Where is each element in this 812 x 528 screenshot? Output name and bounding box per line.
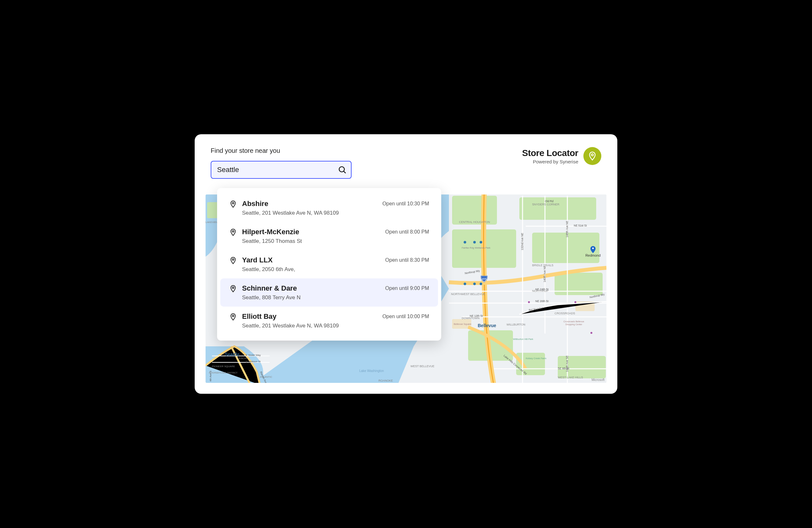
svg-text:SNYDERS CORNER: SNYDERS CORNER [532,203,560,206]
svg-point-33 [480,283,482,285]
location-pin-icon [229,313,237,321]
brand-subtitle: Powered by Synerise [522,159,578,165]
search-wrapper [211,161,351,179]
svg-rect-5 [519,197,596,220]
store-body: Hilpert-McKenzieSeattle, 1250 Thomas St [242,228,385,244]
store-hours: Open until 10:00 PM [382,314,429,319]
svg-text:INTERNATIONAL DISTRICT: INTERNATIONAL DISTRICT [209,372,237,374]
svg-point-29 [473,241,476,243]
header-left: Find your store near you [211,147,522,179]
results-dropdown: AbshireSeattle, 201 Westlake Ave N, WA 9… [217,188,441,341]
svg-text:Shopping Center: Shopping Center [565,323,582,326]
search-label: Find your store near you [211,147,522,154]
store-locator-card: Find your store near you Store Locator P… [195,134,617,394]
svg-text:NE 51st St: NE 51st St [574,224,587,227]
svg-text:WEST BELLEVUE: WEST BELLEVUE [410,365,435,368]
svg-text:Old Rd: Old Rd [545,200,554,203]
svg-point-30 [480,241,482,243]
svg-text:148th Ave NE: 148th Ave NE [565,221,569,238]
location-pin-icon [229,285,237,292]
svg-text:140th Ave NE: 140th Ave NE [543,266,546,282]
svg-text:132nd Ave NE: 132nd Ave NE [521,233,524,250]
location-pin-icon [229,257,237,264]
search-input[interactable] [211,161,351,179]
store-item[interactable]: Yard LLXSeattle, 2050 6th Ave,Open until… [220,250,438,279]
store-address: Seattle, 2050 6th Ave, [242,266,385,273]
svg-point-28 [464,241,466,243]
location-pin-icon [229,200,237,208]
svg-point-80 [575,301,576,303]
store-item[interactable]: Hilpert-McKenzieSeattle, 1250 Thomas StO… [220,222,438,250]
svg-point-86 [232,315,234,317]
svg-point-82 [232,202,234,204]
brand-text: Store Locator Powered by Synerise [522,148,578,165]
svg-text:4th Ave S: 4th Ave S [209,371,212,382]
svg-text:CROSSROADS: CROSSROADS [554,312,575,315]
store-name: Elliott Bay [242,312,382,321]
svg-text:Fairfax Rdg Wetlands Park: Fairfax Rdg Wetlands Park [462,246,491,249]
store-item[interactable]: AbshireSeattle, 201 Westlake Ave N, WA 9… [220,194,438,222]
store-body: Schinner & DareSeattle, 808 Terry Ave N [242,284,385,301]
svg-text:Lake Washington: Lake Washington [359,369,384,373]
svg-text:NE 12th St: NE 12th St [470,314,483,317]
brand-title: Store Locator [522,148,578,158]
svg-text:405: 405 [482,277,487,280]
store-hours: Open until 8:30 PM [385,257,429,263]
store-hours: Open until 9:00 PM [385,285,429,291]
store-body: Elliott BaySeattle, 201 Westlake Ave N, … [242,312,382,329]
svg-text:Seattle: Seattle [225,352,240,357]
map-attribution: Microsoft [591,378,605,382]
svg-text:Redmond: Redmond [585,254,601,257]
svg-point-79 [528,301,530,303]
store-name: Schinner & Dare [242,284,385,292]
header-right: Store Locator Powered by Synerise [522,147,601,165]
store-name: Yard LLX [242,256,385,264]
svg-point-84 [232,259,234,260]
store-name: Abshire [242,200,382,208]
svg-text:WEST LAKE HILLS: WEST LAKE HILLS [558,376,583,379]
svg-text:CENTRAL HOUGHTON: CENTRAL HOUGHTON [459,220,490,224]
svg-text:NE 24th St: NE 24th St [535,288,549,291]
svg-point-32 [473,283,476,285]
svg-text:LESCHI: LESCHI [237,357,247,360]
svg-point-31 [464,283,466,285]
svg-text:Willburton Hill Park: Willburton Hill Park [513,338,534,341]
store-body: AbshireSeattle, 201 Westlake Ave N, WA 9… [242,200,382,216]
svg-text:PIONEER SQUARE: PIONEER SQUARE [212,365,235,368]
store-item[interactable]: Elliott BaySeattle, 201 Westlake Ave N, … [220,306,438,335]
header: Find your store near you Store Locator P… [195,134,617,179]
brand-badge [583,147,601,165]
svg-point-83 [232,231,234,232]
store-address: Seattle, 201 Westlake Ave N, WA 98109 [242,323,382,329]
svg-text:Bellevue Square: Bellevue Square [454,323,471,326]
store-body: Yard LLXSeattle, 2050 6th Ave, [242,256,385,273]
svg-text:WILLBURTON: WILLBURTON [507,323,525,326]
store-hours: Open until 8:00 PM [385,229,429,235]
svg-text:NE 20th St: NE 20th St [535,300,549,303]
svg-text:NORTHWEST BELLEVUE: NORTHWEST BELLEVUE [451,292,485,296]
store-item[interactable]: Schinner & DareSeattle, 808 Terry Ave NO… [220,279,438,306]
svg-point-34 [592,248,594,249]
svg-point-2 [591,154,593,156]
svg-text:Bellevue: Bellevue [478,323,496,328]
location-pin-icon [229,228,237,236]
svg-text:Crossroads Bellevue: Crossroads Bellevue [564,320,584,323]
svg-text:148th Ave SE: 148th Ave SE [565,355,569,372]
svg-point-85 [232,287,234,289]
svg-text:S Jackson St: S Jackson St [246,360,261,363]
svg-point-81 [591,332,592,334]
svg-text:Kelsey Creek Farm: Kelsey Creek Farm [526,357,546,360]
store-address: Seattle, 201 Westlake Ave N, WA 98109 [242,210,382,216]
store-address: Seattle, 1250 Thomas St [242,238,385,244]
store-address: Seattle, 808 Terry Ave N [242,295,385,301]
svg-text:E Yesler Way: E Yesler Way [246,354,261,357]
store-name: Hilpert-McKenzie [242,228,385,236]
svg-text:ROANOKE: ROANOKE [378,379,393,382]
store-hours: Open until 10:30 PM [382,201,429,206]
